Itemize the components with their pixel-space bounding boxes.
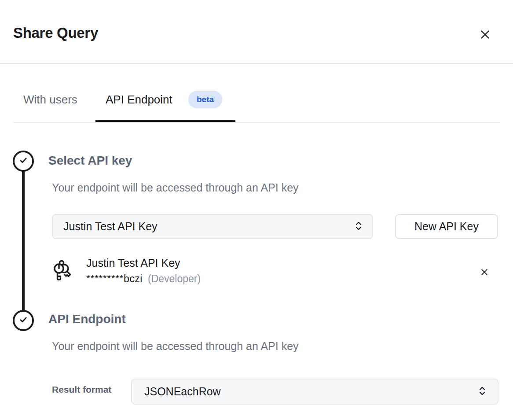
modal-title: Share Query (13, 25, 98, 41)
x-remove-icon (480, 268, 489, 278)
selected-key-name: Justin Test API Key (86, 257, 180, 269)
tabs-divider (13, 122, 500, 123)
step-1-description: Your endpoint will be accessed through a… (52, 181, 299, 194)
tab-api-endpoint[interactable]: API Endpoint (106, 93, 172, 107)
check-icon (18, 314, 29, 327)
share-query-modal: { "header": { "title": "Share Query" }, … (0, 0, 513, 420)
close-icon (479, 29, 491, 42)
beta-badge: beta (188, 91, 222, 108)
step-2-complete-indicator (13, 310, 34, 331)
step-2-description: Your endpoint will be accessed through a… (52, 340, 299, 353)
close-button[interactable] (476, 26, 494, 44)
selected-key-details: *********bczi (Developer) (86, 273, 201, 285)
new-api-key-button[interactable]: New API Key (395, 214, 498, 239)
tab-with-users[interactable]: With users (23, 93, 77, 107)
step-2-title: API Endpoint (48, 312, 126, 326)
remove-key-button[interactable] (476, 264, 493, 281)
stepper-connector-line (22, 167, 25, 314)
check-icon (18, 155, 29, 168)
api-key-select-value: Justin Test API Key (63, 220, 158, 233)
chevron-up-down-icon (478, 386, 486, 398)
keys-icon (52, 260, 72, 284)
selected-key-masked-secret: *********bczi (86, 273, 143, 285)
step-1-title: Select API key (48, 154, 132, 168)
step-1-complete-indicator (13, 151, 34, 172)
result-format-label: Result format (52, 384, 111, 395)
header-divider (0, 63, 513, 64)
selected-key-role: (Developer) (148, 273, 201, 285)
result-format-select[interactable]: JSONEachRow (131, 379, 498, 405)
api-key-select[interactable]: Justin Test API Key (52, 214, 373, 239)
result-format-value: JSONEachRow (144, 385, 221, 398)
chevron-up-down-icon (355, 221, 363, 233)
